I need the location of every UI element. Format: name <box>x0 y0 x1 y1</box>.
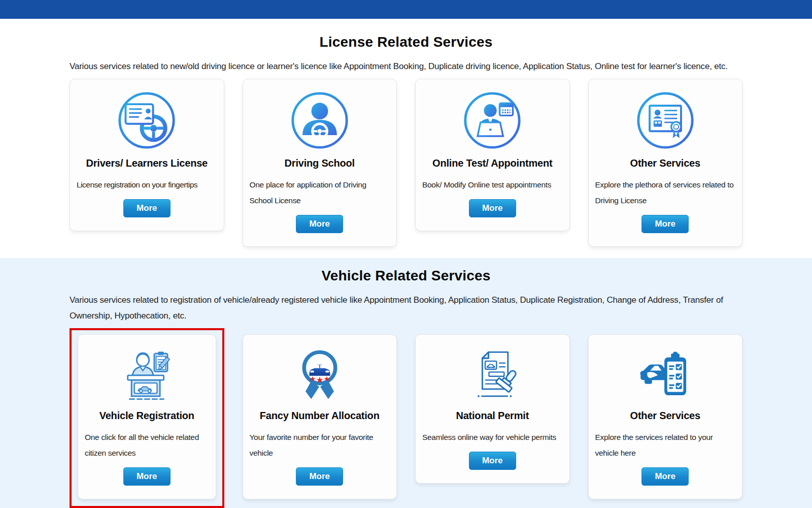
more-button[interactable]: More <box>296 215 343 233</box>
card-description: One place for application of Driving Sch… <box>250 177 390 208</box>
card-title: Fancy Number Allocation <box>250 410 390 422</box>
license-related-services-section: License Related Services Various service… <box>0 19 812 258</box>
national-permit-icon <box>464 346 521 403</box>
more-button[interactable]: More <box>296 467 343 486</box>
card-icon-wrap <box>595 90 736 150</box>
card-icon-wrap <box>250 90 390 150</box>
card-national-permit: National Permit Seamless online way for … <box>415 334 570 484</box>
card-drivers-learners-license: Drivers/ Learners License License regist… <box>70 79 224 231</box>
card-title: Drivers/ Learners License <box>77 157 217 169</box>
card-icon-wrap <box>250 346 390 403</box>
vehicle-related-services-section: Vehicle Related Services Various service… <box>0 258 812 508</box>
card-online-test-appointment: Online Test/ Appointment Book/ Modify On… <box>415 79 570 231</box>
section-subtitle-vehicle: Various services related to registration… <box>70 292 742 324</box>
card-icon-wrap <box>85 346 209 403</box>
card-description: Your favorite number for your favorite v… <box>250 429 390 461</box>
more-button[interactable]: More <box>469 199 516 217</box>
card-other-vehicle-services: Other Services Explore the services rela… <box>588 334 743 499</box>
online-test-appointment-icon <box>463 91 522 150</box>
other-vehicle-services-icon <box>637 346 694 403</box>
card-description: Explore the plethora of services related… <box>595 177 736 208</box>
card-description: Seamless online way for vehicle permits <box>422 429 563 445</box>
card-description: One click for all the vehicle related ci… <box>85 429 209 461</box>
driving-school-icon <box>290 91 349 150</box>
more-button[interactable]: More <box>469 452 516 470</box>
more-button[interactable]: More <box>123 467 171 486</box>
more-button[interactable]: More <box>123 199 171 217</box>
card-driving-school: Driving School One place for application… <box>243 79 397 247</box>
card-description: Explore the services related to your veh… <box>595 429 736 461</box>
card-title: Driving School <box>250 157 390 169</box>
more-button[interactable]: More <box>641 467 689 486</box>
other-license-services-icon <box>636 91 695 150</box>
card-description: Book/ Modify Online test appointments <box>422 177 563 193</box>
fancy-number-allocation-icon <box>291 346 348 403</box>
highlight-box: Vehicle Registration One click for all t… <box>70 328 224 508</box>
more-button[interactable]: More <box>641 215 689 233</box>
drivers-learners-license-icon <box>117 91 176 150</box>
card-title: Other Services <box>595 410 736 422</box>
card-fancy-number-allocation: Fancy Number Allocation Your favorite nu… <box>243 334 397 499</box>
card-icon-wrap <box>422 90 563 150</box>
vehicle-registration-icon <box>118 346 175 403</box>
card-other-license-services: Other Services Explore the plethora of s… <box>588 79 743 247</box>
card-icon-wrap <box>422 346 563 403</box>
card-icon-wrap <box>595 346 736 403</box>
card-title: Other Services <box>595 157 736 169</box>
card-title: Vehicle Registration <box>85 410 209 422</box>
card-title: Online Test/ Appointment <box>422 157 563 169</box>
section-title-license: License Related Services <box>70 33 742 51</box>
section-subtitle-license: Various services related to new/old driv… <box>70 58 742 74</box>
card-icon-wrap <box>77 90 217 150</box>
license-cards-row: Drivers/ Learners License License regist… <box>70 79 742 247</box>
card-title: National Permit <box>422 410 563 422</box>
vehicle-cards-row: Vehicle Registration One click for all t… <box>70 328 742 508</box>
section-title-vehicle: Vehicle Related Services <box>70 267 742 285</box>
card-vehicle-registration: Vehicle Registration One click for all t… <box>78 334 216 499</box>
top-navigation-bar <box>0 0 812 19</box>
card-description: License registration on your fingertips <box>77 177 217 193</box>
